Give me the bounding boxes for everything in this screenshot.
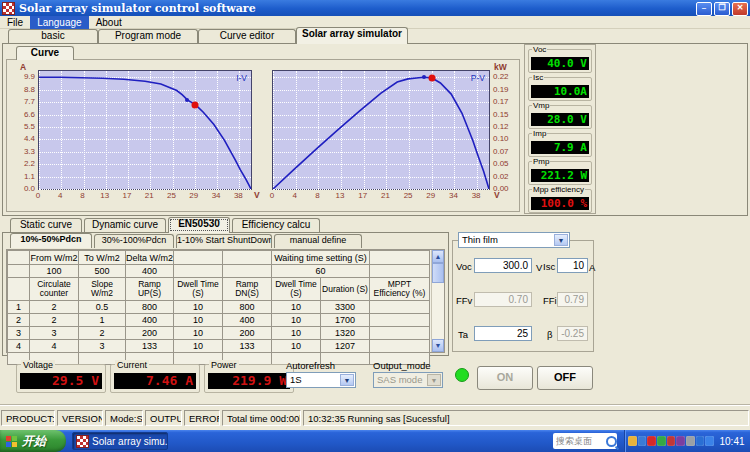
- table-cell[interactable]: 133: [223, 340, 272, 353]
- ffv-input[interactable]: 0.70: [474, 292, 532, 307]
- table-cell[interactable]: 2: [8, 314, 30, 327]
- tab-static-curve[interactable]: Static curve: [10, 218, 82, 233]
- monitor-tray-icon[interactable]: [667, 436, 676, 446]
- chevron-down-icon[interactable]: ▼: [427, 374, 441, 386]
- table-cell[interactable]: 10: [272, 301, 321, 314]
- table-cell[interactable]: 4: [30, 340, 79, 353]
- shield-v-icon[interactable]: [696, 436, 705, 446]
- chevron-down-icon[interactable]: ▼: [554, 234, 568, 246]
- table-cell[interactable]: 800: [126, 301, 174, 314]
- tab-efficiency-calcu[interactable]: Efficiency calcu: [232, 218, 320, 233]
- tab-10-50-pdcn[interactable]: 10%-50%Pdcn: [10, 233, 92, 248]
- table-cell[interactable]: 500: [79, 265, 126, 278]
- table-cell[interactable]: 0.5: [79, 301, 126, 314]
- minimize-button[interactable]: –: [696, 2, 712, 16]
- table-cell[interactable]: 3: [79, 340, 126, 353]
- table-cell[interactable]: [370, 265, 430, 278]
- tab-1-10-start-shuntdown[interactable]: 1-10% Start ShuntDown: [176, 234, 272, 248]
- table-cell[interactable]: 200: [126, 327, 174, 340]
- table-cell[interactable]: 3300: [321, 301, 370, 314]
- preset-combobox[interactable]: Thin film ▼: [458, 232, 570, 248]
- table-cell[interactable]: 400: [223, 314, 272, 327]
- desktop-search-input[interactable]: 搜索桌面: [553, 433, 617, 449]
- taskbar-app-button[interactable]: Solar array simu...: [72, 432, 168, 450]
- tab-en50530[interactable]: EN50530: [168, 217, 230, 233]
- ffi-input[interactable]: 0.79: [557, 292, 588, 307]
- table-cell[interactable]: 2: [30, 314, 79, 327]
- tab-curve-editor[interactable]: Curve editor: [198, 29, 296, 44]
- x-tick-label: 17: [123, 191, 132, 200]
- updater-icon[interactable]: [676, 436, 685, 446]
- table-cell[interactable]: [370, 340, 430, 353]
- table-cell[interactable]: 10: [174, 301, 223, 314]
- output-mode-combobox[interactable]: SAS mode ▼: [373, 372, 443, 388]
- table-cell[interactable]: 133: [126, 340, 174, 353]
- table-cell[interactable]: 2: [30, 301, 79, 314]
- input-method-icon[interactable]: [628, 436, 637, 446]
- restore-button[interactable]: ❐: [714, 2, 730, 16]
- mpp-point: [422, 75, 426, 79]
- table-cell[interactable]: 1320: [321, 327, 370, 340]
- ati-tray-icon[interactable]: [647, 436, 656, 446]
- table-header-cell: Delta W/m2: [126, 251, 174, 265]
- table-cell[interactable]: 400: [126, 314, 174, 327]
- y-tick-label: 0.02: [493, 171, 509, 180]
- table-cell[interactable]: 10: [174, 314, 223, 327]
- menu-about[interactable]: About: [89, 16, 129, 29]
- table-cell[interactable]: 1700: [321, 314, 370, 327]
- table-cell[interactable]: 1: [8, 301, 30, 314]
- table-cell[interactable]: [370, 301, 430, 314]
- chevron-down-icon[interactable]: ▼: [340, 374, 354, 386]
- table-cell[interactable]: 1207: [321, 340, 370, 353]
- tab-basic[interactable]: basic: [8, 29, 98, 44]
- menu-language[interactable]: Language: [30, 16, 89, 29]
- table-cell[interactable]: 10: [272, 314, 321, 327]
- scrollbar-thumb[interactable]: [432, 263, 444, 283]
- scroll-down-button[interactable]: ▼: [432, 339, 444, 352]
- table-scrollbar[interactable]: ▲ ▼: [431, 250, 444, 352]
- table-cell[interactable]: 10: [174, 340, 223, 353]
- tab-30-100-pdcn[interactable]: 30%-100%Pdcn: [94, 234, 174, 248]
- isc-input[interactable]: 10: [557, 258, 588, 273]
- tab-dynamic-curve[interactable]: Dynamic curve: [84, 218, 166, 233]
- table-cell[interactable]: [8, 265, 30, 278]
- close-button[interactable]: ✕: [732, 2, 748, 16]
- autorefresh-combobox[interactable]: 1S ▼: [286, 372, 356, 388]
- table-cell[interactable]: 10: [272, 327, 321, 340]
- menu-file[interactable]: File: [0, 16, 30, 29]
- antivirus-icon[interactable]: [657, 436, 666, 446]
- table-cell[interactable]: [223, 265, 272, 278]
- search-icon[interactable]: [606, 436, 617, 447]
- scroll-up-button[interactable]: ▲: [432, 250, 444, 263]
- tab-curve[interactable]: Curve: [16, 46, 74, 60]
- voc-input[interactable]: 300.0: [474, 258, 532, 273]
- table-cell[interactable]: 10: [174, 327, 223, 340]
- tab-manual-define[interactable]: manual define: [274, 234, 362, 248]
- y-tick-label: 0.22: [493, 72, 509, 81]
- table-cell[interactable]: [370, 314, 430, 327]
- table-cell[interactable]: 800: [223, 301, 272, 314]
- beta-input[interactable]: -0.25: [557, 326, 588, 341]
- table-cell[interactable]: 2: [79, 327, 126, 340]
- on-button[interactable]: ON: [477, 366, 533, 390]
- table-cell[interactable]: [370, 327, 430, 340]
- ta-input[interactable]: 25: [474, 326, 532, 341]
- security-shield-icon[interactable]: [705, 436, 714, 446]
- table-cell[interactable]: 60: [272, 265, 370, 278]
- table-cell[interactable]: 1: [79, 314, 126, 327]
- tab-program-mode[interactable]: Program mode: [98, 29, 198, 44]
- table-cell[interactable]: 4: [8, 340, 30, 353]
- table-header-cell: [8, 251, 30, 265]
- table-cell[interactable]: [174, 265, 223, 278]
- off-button[interactable]: OFF: [537, 366, 593, 390]
- quick-switch-icon[interactable]: [638, 436, 647, 446]
- table-cell[interactable]: 100: [30, 265, 79, 278]
- tab-solar-array-simulator[interactable]: Solar array simulator: [296, 27, 408, 44]
- table-cell[interactable]: 3: [8, 327, 30, 340]
- table-cell[interactable]: 3: [30, 327, 79, 340]
- start-button[interactable]: 开始: [0, 430, 66, 452]
- table-cell[interactable]: 10: [272, 340, 321, 353]
- table-cell[interactable]: 400: [126, 265, 174, 278]
- volume-muted-icon[interactable]: [686, 436, 695, 446]
- table-cell[interactable]: 200: [223, 327, 272, 340]
